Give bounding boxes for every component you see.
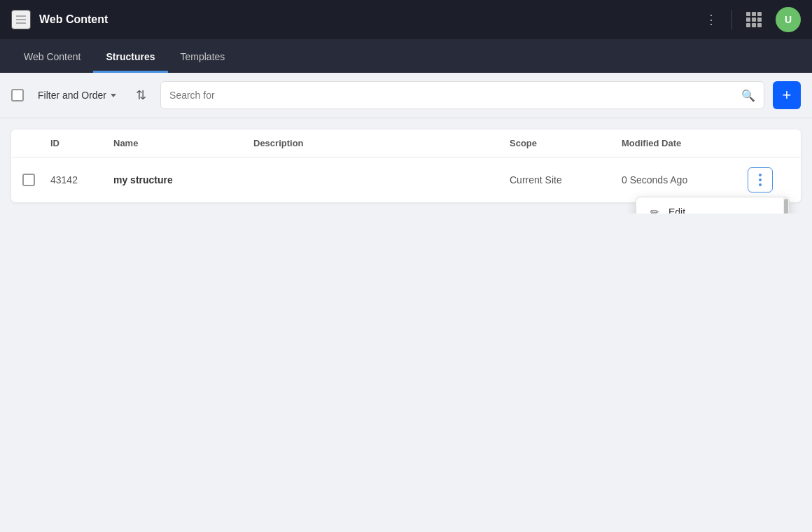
tab-web-content[interactable]: Web Content xyxy=(11,43,93,73)
app-title: Web Content xyxy=(39,13,108,26)
tab-structures[interactable]: Structures xyxy=(93,43,167,73)
chevron-down-icon xyxy=(111,94,116,97)
row-checkbox[interactable] xyxy=(22,174,50,186)
sort-icon: ⇅ xyxy=(136,88,146,103)
grid-icon xyxy=(746,12,762,27)
context-menu: ✏ Edit Edit Default Values Manage Templa… xyxy=(636,197,790,214)
more-options-button[interactable]: ⋮ xyxy=(702,9,720,30)
edit-icon: ✏ xyxy=(648,206,662,214)
dropdown-scrollbar-thumb xyxy=(784,199,788,214)
row-name: my structure xyxy=(113,174,253,186)
avatar[interactable]: U xyxy=(776,7,801,32)
tab-templates[interactable]: Templates xyxy=(168,43,238,73)
filter-order-button[interactable]: Filter and Order xyxy=(32,85,122,105)
select-all-checkbox[interactable] xyxy=(11,89,24,102)
top-bar-left: Web Content xyxy=(11,10,108,29)
top-bar-right: ⋮ U xyxy=(702,7,801,32)
search-icon[interactable]: 🔍 xyxy=(741,89,755,102)
col-description: Description xyxy=(253,138,510,148)
toolbar: Filter and Order ⇅ 🔍 + xyxy=(0,73,812,118)
sidebar-toggle-icon xyxy=(16,15,26,24)
col-scope: Scope xyxy=(510,138,622,148)
table-header: ID Name Description Scope Modified Date xyxy=(11,130,801,158)
top-bar: Web Content ⋮ U xyxy=(0,0,812,39)
col-id: ID xyxy=(50,138,113,148)
filter-order-label: Filter and Order xyxy=(38,90,106,101)
search-bar: 🔍 xyxy=(160,81,764,109)
table-row: 43142 my structure Current Site 0 Second… xyxy=(11,158,801,202)
menu-item-edit-label: Edit xyxy=(668,206,685,214)
col-checkbox xyxy=(22,138,50,148)
col-name: Name xyxy=(113,138,253,148)
row-scope: Current Site xyxy=(510,174,622,186)
menu-item-edit[interactable]: ✏ Edit xyxy=(636,197,789,214)
vertical-divider xyxy=(732,10,732,29)
ellipsis-icon: ⋮ xyxy=(705,12,718,27)
dropdown-scrollbar[interactable] xyxy=(783,197,789,214)
row-actions: ✏ Edit Edit Default Values Manage Templa… xyxy=(748,167,790,192)
col-modified-date: Modified Date xyxy=(622,138,748,148)
row-action-button[interactable] xyxy=(748,167,773,192)
col-actions xyxy=(748,138,790,148)
add-button[interactable]: + xyxy=(773,81,801,109)
nav-tabs: Web Content Structures Templates xyxy=(0,39,812,73)
sidebar-toggle[interactable] xyxy=(11,10,31,29)
plus-icon: + xyxy=(783,86,792,104)
table-container: ID Name Description Scope Modified Date … xyxy=(11,130,801,202)
row-id: 43142 xyxy=(50,174,113,186)
row-modified-date: 0 Seconds Ago xyxy=(622,174,748,186)
content-area: ID Name Description Scope Modified Date … xyxy=(0,118,812,214)
sort-button[interactable]: ⇅ xyxy=(130,85,152,106)
three-dots-icon xyxy=(759,174,762,186)
search-input[interactable] xyxy=(169,90,741,101)
grid-apps-button[interactable] xyxy=(743,9,764,30)
